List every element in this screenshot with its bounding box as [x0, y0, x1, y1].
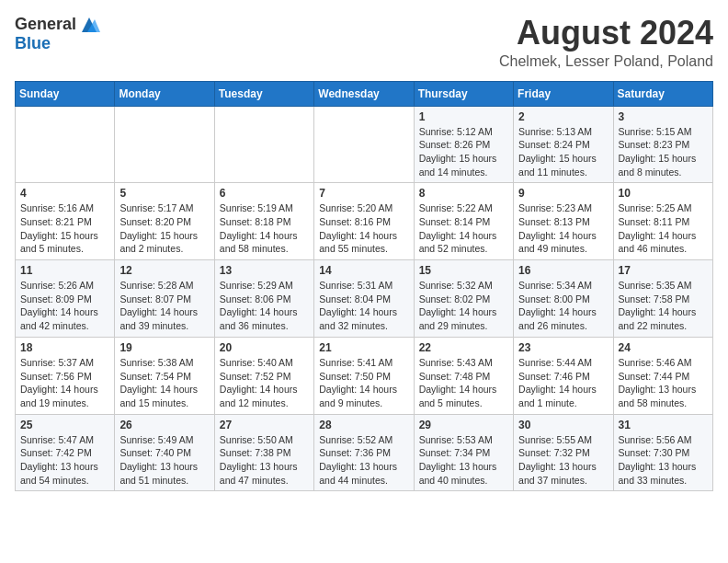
calendar-cell: 17Sunrise: 5:35 AMSunset: 7:58 PMDayligh…	[613, 260, 712, 338]
day-number: 8	[419, 187, 508, 200]
day-number: 13	[220, 264, 309, 277]
day-number: 24	[619, 341, 708, 354]
day-info: Sunrise: 5:37 AMSunset: 7:56 PMDaylight:…	[20, 356, 109, 410]
day-info: Sunrise: 5:13 AMSunset: 8:24 PMDaylight:…	[518, 125, 608, 179]
day-number: 6	[220, 187, 309, 200]
calendar-cell: 11Sunrise: 5:26 AMSunset: 8:09 PMDayligh…	[16, 260, 115, 338]
title-section: August 2024 Chelmek, Lesser Poland, Pola…	[499, 15, 713, 70]
day-of-week-header: Wednesday	[314, 81, 414, 106]
day-info: Sunrise: 5:44 AMSunset: 7:46 PMDaylight:…	[518, 356, 608, 410]
day-number: 25	[20, 419, 109, 431]
day-info: Sunrise: 5:43 AMSunset: 7:48 PMDaylight:…	[419, 356, 508, 410]
day-info: Sunrise: 5:25 AMSunset: 8:11 PMDaylight:…	[619, 201, 708, 256]
day-info: Sunrise: 5:55 AMSunset: 7:32 PMDaylight:…	[518, 433, 608, 488]
day-info: Sunrise: 5:19 AMSunset: 8:18 PMDaylight:…	[220, 201, 309, 256]
calendar-cell: 5Sunrise: 5:17 AMSunset: 8:20 PMDaylight…	[115, 183, 214, 260]
day-info: Sunrise: 5:34 AMSunset: 8:00 PMDaylight:…	[518, 279, 608, 333]
day-number: 15	[419, 264, 508, 277]
calendar-cell: 9Sunrise: 5:23 AMSunset: 8:13 PMDaylight…	[514, 183, 613, 260]
day-number: 17	[619, 264, 708, 277]
day-number: 26	[119, 419, 209, 431]
day-info: Sunrise: 5:17 AMSunset: 8:20 PMDaylight:…	[119, 201, 209, 256]
calendar-cell: 29Sunrise: 5:53 AMSunset: 7:34 PMDayligh…	[414, 414, 513, 491]
day-of-week-header: Thursday	[414, 81, 513, 106]
calendar-cell: 12Sunrise: 5:28 AMSunset: 8:07 PMDayligh…	[115, 260, 214, 338]
calendar-cell: 6Sunrise: 5:19 AMSunset: 8:18 PMDaylight…	[214, 183, 313, 260]
calendar-cell: 20Sunrise: 5:40 AMSunset: 7:52 PMDayligh…	[214, 337, 313, 414]
logo: General Blue	[15, 15, 100, 53]
day-number: 31	[619, 419, 708, 431]
calendar-cell: 16Sunrise: 5:34 AMSunset: 8:00 PMDayligh…	[514, 260, 613, 338]
calendar-cell: 2Sunrise: 5:13 AMSunset: 8:24 PMDaylight…	[514, 106, 613, 183]
calendar-cell	[314, 106, 414, 183]
calendar-cell: 28Sunrise: 5:52 AMSunset: 7:36 PMDayligh…	[314, 414, 414, 491]
day-info: Sunrise: 5:15 AMSunset: 8:23 PMDaylight:…	[619, 125, 708, 179]
day-info: Sunrise: 5:29 AMSunset: 8:06 PMDaylight:…	[220, 279, 309, 333]
calendar-week-row: 25Sunrise: 5:47 AMSunset: 7:42 PMDayligh…	[16, 414, 713, 491]
day-info: Sunrise: 5:38 AMSunset: 7:54 PMDaylight:…	[119, 356, 209, 410]
day-of-week-header: Sunday	[16, 81, 115, 106]
day-number: 22	[419, 341, 508, 354]
day-info: Sunrise: 5:47 AMSunset: 7:42 PMDaylight:…	[20, 433, 109, 488]
calendar-cell: 18Sunrise: 5:37 AMSunset: 7:56 PMDayligh…	[16, 337, 115, 414]
day-info: Sunrise: 5:46 AMSunset: 7:44 PMDaylight:…	[619, 356, 708, 410]
day-number: 12	[119, 264, 209, 277]
day-number: 18	[20, 341, 109, 354]
calendar-week-row: 1Sunrise: 5:12 AMSunset: 8:26 PMDaylight…	[16, 106, 713, 183]
day-info: Sunrise: 5:50 AMSunset: 7:38 PMDaylight:…	[220, 433, 309, 488]
day-info: Sunrise: 5:23 AMSunset: 8:13 PMDaylight:…	[518, 201, 608, 256]
day-number: 10	[619, 187, 708, 200]
day-number: 20	[220, 341, 309, 354]
day-number: 5	[119, 187, 209, 200]
day-number: 7	[319, 187, 408, 200]
calendar-table: SundayMondayTuesdayWednesdayThursdayFrid…	[15, 81, 713, 492]
day-info: Sunrise: 5:41 AMSunset: 7:50 PMDaylight:…	[319, 356, 408, 410]
day-number: 23	[518, 341, 608, 354]
calendar-cell: 27Sunrise: 5:50 AMSunset: 7:38 PMDayligh…	[214, 414, 313, 491]
calendar-cell: 1Sunrise: 5:12 AMSunset: 8:26 PMDaylight…	[414, 106, 513, 183]
day-info: Sunrise: 5:16 AMSunset: 8:21 PMDaylight:…	[20, 201, 109, 256]
day-info: Sunrise: 5:52 AMSunset: 7:36 PMDaylight:…	[319, 433, 408, 488]
day-info: Sunrise: 5:56 AMSunset: 7:30 PMDaylight:…	[619, 433, 708, 488]
day-info: Sunrise: 5:26 AMSunset: 8:09 PMDaylight:…	[20, 279, 109, 333]
calendar-cell: 30Sunrise: 5:55 AMSunset: 7:32 PMDayligh…	[514, 414, 613, 491]
day-number: 1	[419, 110, 508, 123]
day-info: Sunrise: 5:12 AMSunset: 8:26 PMDaylight:…	[419, 125, 508, 179]
calendar-cell: 8Sunrise: 5:22 AMSunset: 8:14 PMDaylight…	[414, 183, 513, 260]
day-number: 19	[119, 341, 209, 354]
day-number: 29	[419, 419, 508, 431]
day-number: 2	[518, 110, 608, 123]
day-of-week-header: Monday	[115, 81, 214, 106]
header: General Blue August 2024 Chelmek, Lesser…	[15, 15, 713, 70]
day-number: 30	[518, 419, 608, 431]
calendar-cell: 14Sunrise: 5:31 AMSunset: 8:04 PMDayligh…	[314, 260, 414, 338]
day-of-week-header: Saturday	[613, 81, 712, 106]
day-number: 4	[20, 187, 109, 200]
day-number: 14	[319, 264, 408, 277]
calendar-cell: 21Sunrise: 5:41 AMSunset: 7:50 PMDayligh…	[314, 337, 414, 414]
day-info: Sunrise: 5:31 AMSunset: 8:04 PMDaylight:…	[319, 279, 408, 333]
calendar-cell: 31Sunrise: 5:56 AMSunset: 7:30 PMDayligh…	[613, 414, 712, 491]
calendar-cell: 26Sunrise: 5:49 AMSunset: 7:40 PMDayligh…	[115, 414, 214, 491]
calendar-cell: 3Sunrise: 5:15 AMSunset: 8:23 PMDaylight…	[613, 106, 712, 183]
logo-icon	[78, 16, 100, 34]
calendar-week-row: 18Sunrise: 5:37 AMSunset: 7:56 PMDayligh…	[16, 337, 713, 414]
logo-blue-text: Blue	[15, 34, 51, 52]
day-info: Sunrise: 5:35 AMSunset: 7:58 PMDaylight:…	[619, 279, 708, 333]
calendar-week-row: 4Sunrise: 5:16 AMSunset: 8:21 PMDaylight…	[16, 183, 713, 260]
logo-general-text: General	[15, 15, 76, 34]
day-number: 21	[319, 341, 408, 354]
calendar-cell: 7Sunrise: 5:20 AMSunset: 8:16 PMDaylight…	[314, 183, 414, 260]
day-info: Sunrise: 5:53 AMSunset: 7:34 PMDaylight:…	[419, 433, 508, 488]
day-number: 3	[619, 110, 708, 123]
day-of-week-header: Tuesday	[214, 81, 313, 106]
day-number: 28	[319, 419, 408, 431]
day-number: 27	[220, 419, 309, 431]
calendar-week-row: 11Sunrise: 5:26 AMSunset: 8:09 PMDayligh…	[16, 260, 713, 338]
calendar-header-row: SundayMondayTuesdayWednesdayThursdayFrid…	[16, 81, 713, 106]
calendar-cell: 4Sunrise: 5:16 AMSunset: 8:21 PMDaylight…	[16, 183, 115, 260]
calendar-cell: 15Sunrise: 5:32 AMSunset: 8:02 PMDayligh…	[414, 260, 513, 338]
calendar-cell: 13Sunrise: 5:29 AMSunset: 8:06 PMDayligh…	[214, 260, 313, 338]
day-info: Sunrise: 5:22 AMSunset: 8:14 PMDaylight:…	[419, 201, 508, 256]
day-number: 11	[20, 264, 109, 277]
